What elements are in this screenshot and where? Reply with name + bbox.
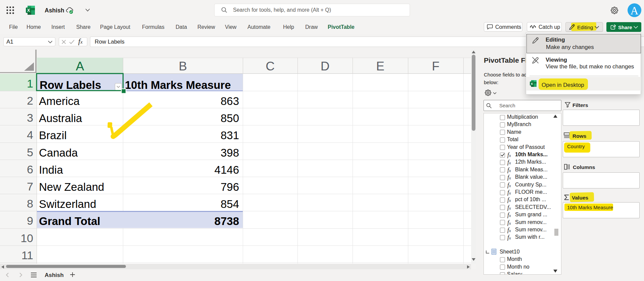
svg-text:X: X: [27, 8, 30, 13]
svg-text:X: X: [531, 82, 533, 86]
